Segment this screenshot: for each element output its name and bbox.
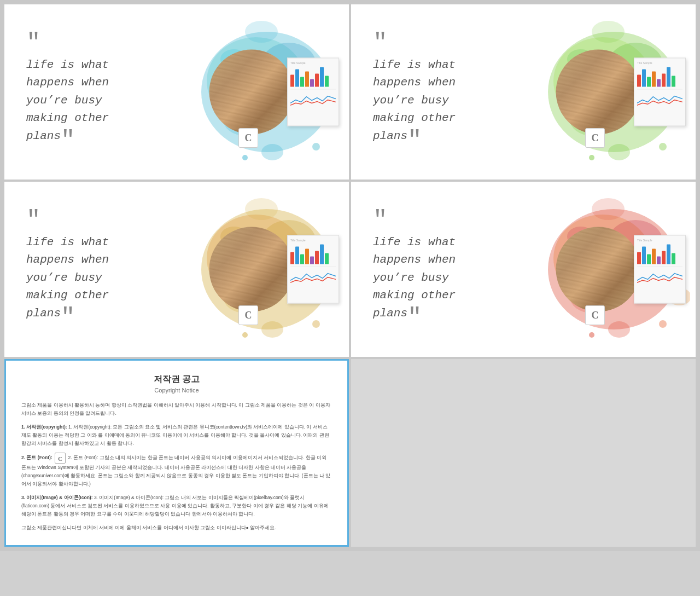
- bottom-row: 저작권 공고 Copyright Notice 그림소 제품을 이용하시 활용하…: [0, 359, 700, 551]
- svg-point-29: [261, 321, 283, 338]
- copyright-para-2: 2. 폰트 (Font): C 2. 폰트 (Font): 그림소 내의 의시이…: [21, 453, 332, 488]
- svg-point-5: [261, 144, 283, 160]
- slides-grid: " life is what happens when you’re busy …: [0, 0, 700, 359]
- wood-circle-1: [209, 50, 294, 135]
- logo-badge-3: C: [238, 305, 258, 325]
- svg-point-11: [245, 21, 278, 43]
- paper-doc-1: Title Sample: [287, 58, 339, 126]
- paper-doc-4: Title Sample: [634, 235, 686, 304]
- doc-wave-1: [290, 92, 336, 108]
- gray-empty-panel: [351, 359, 696, 547]
- copyright-title-en: Copyright Notice: [21, 387, 332, 394]
- copyright-para-0: 그림소 제품을 이용하시 활용하시 능하며 항상이 소작권법을 이해하시 알아주…: [21, 401, 332, 418]
- copyright-body: 그림소 제품을 이용하시 활용하시 능하며 항상이 소작권법을 이해하시 알아주…: [21, 401, 332, 532]
- copyright-title-ko: 저작권 공고: [21, 374, 332, 385]
- wood-circle-2: [556, 50, 641, 135]
- slide-4: " life is what happens when you’re busy …: [351, 182, 696, 357]
- svg-point-35: [245, 198, 278, 220]
- svg-point-17: [608, 144, 630, 160]
- svg-point-9: [312, 143, 320, 151]
- splash-1: C Title Sample: [179, 10, 343, 174]
- close-quote-1: ": [61, 126, 75, 154]
- wood-circle-4: [556, 227, 641, 312]
- copyright-logo-inline: C: [55, 453, 66, 464]
- svg-point-32: [242, 332, 248, 338]
- svg-point-8: [242, 155, 248, 160]
- paper-doc-2: Title Sample: [634, 58, 686, 126]
- logo-badge-2: C: [585, 128, 605, 148]
- svg-point-41: [608, 321, 630, 338]
- main-wrapper: " life is what happens when you’re busy …: [0, 0, 700, 551]
- doc-title-1: Title Sample: [290, 61, 336, 65]
- quote-text-3: " life is what happens when you’re busy …: [26, 216, 109, 322]
- copyright-panel: 저작권 공고 Copyright Notice 그림소 제품을 이용하시 활용하…: [4, 359, 349, 547]
- quote-text-1: " life is what happens when you’re busy …: [26, 38, 109, 145]
- svg-point-44: [589, 332, 594, 338]
- splash-4: C Title Sample: [526, 187, 690, 351]
- svg-point-33: [312, 320, 320, 328]
- close-quote-2: ": [407, 126, 422, 154]
- section-label-2: 2. 폰트 (Font):: [21, 455, 54, 461]
- slide-2: " life is what happens when you’re busy …: [351, 4, 696, 180]
- open-quote-1: ": [26, 29, 40, 56]
- svg-point-45: [659, 320, 667, 328]
- copyright-para-4: 그림소 제품관련이십니다면 이체에 서비에 이에 올해이 서비스를 어디에서 이…: [21, 524, 332, 532]
- logo-badge-1: C: [238, 128, 258, 148]
- svg-point-47: [592, 198, 625, 220]
- splash-3: C Title Sample: [179, 187, 343, 351]
- slide-1: " life is what happens when you’re busy …: [4, 4, 349, 180]
- copyright-para-1: 1. 서작권(copyright): 1. 서작권(copyright): 모든…: [21, 423, 332, 448]
- bar-chart-1: [290, 66, 336, 87]
- slide-3: " life is what happens when you’re busy …: [4, 182, 349, 357]
- paper-doc-3: Title Sample: [287, 235, 339, 304]
- section-label-1: 1. 서작권(copyright):: [21, 424, 68, 430]
- section-label-3: 3. 이미지(Image) & 아이콘(Icon):: [21, 495, 94, 500]
- quote-text-2: " life is what happens when you’re busy …: [373, 38, 456, 145]
- copyright-para-3: 3. 이미지(Image) & 아이콘(Icon): 3. 이미지(Image)…: [21, 494, 332, 518]
- splash-2: C Title Sample: [526, 10, 690, 174]
- logo-badge-4: C: [585, 305, 605, 325]
- quote-text-4: " life is what happens when you’re busy …: [373, 216, 456, 322]
- open-quote-2: ": [373, 29, 387, 56]
- wood-circle-3: [209, 227, 294, 312]
- svg-point-20: [589, 155, 594, 160]
- svg-point-23: [592, 21, 625, 43]
- svg-point-21: [659, 143, 667, 151]
